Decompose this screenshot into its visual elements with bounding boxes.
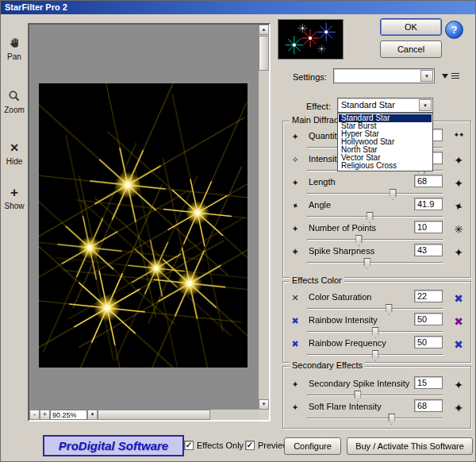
intensity-label: Intensity <box>309 154 341 164</box>
slider-channel <box>307 418 443 419</box>
scroll-up-icon[interactable]: ▲ <box>259 25 269 35</box>
checkmark-icon[interactable]: ✓ <box>245 441 255 450</box>
buy-activate-button[interactable]: Buy / Activate This Software <box>347 437 473 455</box>
angle-label: Angle <box>309 200 331 210</box>
saturation-label: Color Saturation <box>309 292 372 302</box>
rainbow-frequency-value-field[interactable] <box>414 336 443 348</box>
configure-button[interactable]: Configure <box>284 437 341 455</box>
secondary-spike-row: ✦ Secondary Spike Intensity ✦ <box>287 379 468 401</box>
show-plus-icon: + <box>1 186 28 199</box>
effect-option[interactable]: Hyper Star <box>339 130 432 138</box>
show-tool-button[interactable]: + Show <box>1 186 28 210</box>
rainbow-intensity-value-field[interactable] <box>414 313 443 325</box>
slider-channel <box>307 239 443 241</box>
secondary-spike-value-field[interactable] <box>414 376 443 389</box>
points-row: ✦ Number of Points ✳ <box>287 223 468 245</box>
saturation-slider-thumb[interactable] <box>386 304 393 315</box>
star-rotated-icon: ✦ <box>286 198 304 214</box>
star-min-icon: ✦ <box>287 178 303 188</box>
effect-value: Standard Star <box>341 100 395 110</box>
soft-flare-value-field[interactable] <box>414 399 443 412</box>
rainbow-frequency-slider[interactable] <box>307 350 443 360</box>
window-title: StarFilter Pro 2 <box>5 2 67 12</box>
points-slider-thumb[interactable] <box>355 235 363 246</box>
star-min-icon: ✧ <box>287 155 303 165</box>
pan-hand-icon <box>1 37 28 50</box>
angle-slider-thumb[interactable] <box>367 212 374 223</box>
length-slider-thumb[interactable] <box>390 189 397 200</box>
sharpness-row: ✦ Spike Sharpness ✦ <box>287 246 468 268</box>
horizontal-scroll-thumb[interactable] <box>98 410 210 420</box>
zoom-in-button[interactable]: + <box>40 410 50 420</box>
effect-option[interactable]: Star Burst <box>339 122 432 130</box>
checkmark-icon[interactable]: ✓ <box>184 441 194 450</box>
hide-tool-button[interactable]: ✕ Hide <box>1 141 28 166</box>
effects-only-label: Effects Only <box>197 441 244 450</box>
blue-x-star-icon: ✖ <box>447 292 470 305</box>
titlebar[interactable]: StarFilter Pro 2 <box>1 1 475 14</box>
pan-tool-label: Pan <box>1 52 28 61</box>
zoom-level-field[interactable] <box>50 410 87 420</box>
preview-frame: ▲ ▼ - + ▼ <box>28 23 271 422</box>
effect-dropdown[interactable]: Standard Star ▼ <box>337 98 433 113</box>
points-value-field[interactable] <box>414 221 443 233</box>
cancel-button[interactable]: Cancel <box>380 40 442 58</box>
hide-x-icon: ✕ <box>1 141 28 155</box>
angle-row: ✦ Angle ✦ <box>287 200 468 222</box>
sharpness-slider-thumb[interactable] <box>363 258 370 269</box>
preview-image[interactable] <box>39 83 248 368</box>
triangle-icon <box>442 74 448 79</box>
zoom-dropdown-button[interactable]: ▼ <box>87 410 98 420</box>
fuzzy-star-icon: ✦ <box>287 247 303 257</box>
soft-flare-label: Soft Flare Intensity <box>309 402 382 411</box>
preset-menu-icon[interactable] <box>442 71 461 81</box>
tool-strip: Pan Zoom ✕ Hide + Show <box>1 14 28 461</box>
blue-x-star-icon: ✖ <box>287 316 303 326</box>
prodigital-logo: ProDigital Software <box>43 435 184 456</box>
settings-dropdown[interactable]: ▼ <box>333 68 435 83</box>
preview-canvas[interactable] <box>29 25 259 410</box>
soft-flare-slider[interactable] <box>307 414 443 424</box>
secondary-spike-slider-thumb[interactable] <box>354 391 361 402</box>
help-icon[interactable]: ? <box>445 21 463 39</box>
hide-tool-label: Hide <box>1 157 28 166</box>
angle-value-field[interactable] <box>414 198 443 210</box>
group-title: Effects Color <box>290 275 344 285</box>
secondary-effects-group: Secondary Effects ✦ Secondary Spike Inte… <box>282 366 471 429</box>
star-max-icon: ✦ <box>447 177 470 190</box>
preview-checkbox[interactable]: ✓ Preview <box>245 441 289 450</box>
length-label: Length <box>309 177 336 187</box>
dropdown-arrow-icon[interactable]: ▼ <box>419 99 432 111</box>
zoom-out-button[interactable]: - <box>29 410 40 420</box>
effect-thumbnail <box>278 19 344 60</box>
sharpness-label: Spike Sharpness <box>309 246 374 256</box>
vertical-scrollbar[interactable]: ▲ ▼ <box>259 25 269 410</box>
star-min-icon: ✦ <box>287 379 303 390</box>
scroll-down-icon[interactable]: ▼ <box>259 399 269 410</box>
dropdown-arrow-icon[interactable]: ▼ <box>420 70 433 82</box>
pan-tool-button[interactable]: Pan <box>1 37 28 61</box>
ok-button[interactable]: OK <box>380 18 442 36</box>
effect-label: Effect: <box>306 102 331 111</box>
menu-lines-icon <box>451 73 459 79</box>
rainbow-intensity-label: Rainbow Intensity <box>309 315 378 325</box>
sharpness-value-field[interactable] <box>414 244 443 256</box>
effect-option[interactable]: North Star <box>339 146 432 154</box>
horizontal-scrollbar[interactable] <box>98 410 259 420</box>
effect-option[interactable]: Vector Star <box>339 154 432 162</box>
effect-option[interactable]: Religious Cross <box>339 162 432 170</box>
length-value-field[interactable] <box>414 175 443 187</box>
effect-option[interactable]: Hollywood Star <box>339 138 432 146</box>
sharpness-slider[interactable] <box>307 258 443 268</box>
zoom-tool-button[interactable]: Zoom <box>1 90 28 114</box>
effects-only-checkbox[interactable]: ✓ Effects Only <box>184 441 244 450</box>
secondary-spike-label: Secondary Spike Intensity <box>309 379 409 388</box>
slider-channel <box>307 216 443 218</box>
rainbow-frequency-slider-thumb[interactable] <box>372 350 379 361</box>
vertical-scroll-thumb[interactable] <box>259 36 269 71</box>
soft-flare-slider-thumb[interactable] <box>388 414 395 425</box>
stars-cluster-icon: ✦✦ <box>447 131 470 139</box>
rainbow-intensity-slider-thumb[interactable] <box>372 327 379 338</box>
effect-option[interactable]: Standard Star <box>339 114 432 122</box>
saturation-value-field[interactable] <box>414 290 443 302</box>
